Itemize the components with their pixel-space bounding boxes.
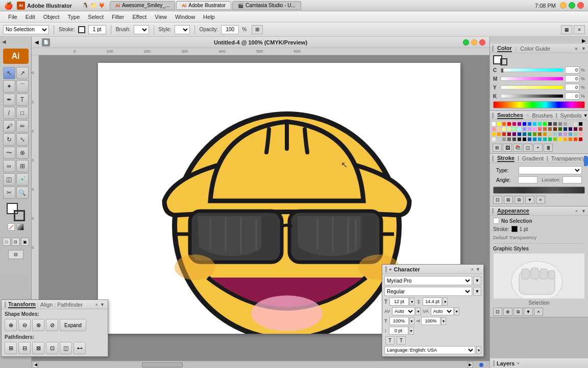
swatch-24[interactable] [517,127,522,131]
swatch-26[interactable] [527,127,532,131]
transform-tab[interactable]: Transform [8,301,36,308]
expand-button[interactable]: Expand [60,319,86,331]
font-family-arrow[interactable]: ▼ [473,276,481,285]
gradient-tool[interactable]: ◫ [3,173,15,186]
swatch-library-btn[interactable]: 📚 [513,144,522,152]
y-slider-track[interactable] [501,85,564,89]
eyedropper-tool[interactable]: 💉 [16,173,29,186]
view-options-icon[interactable]: ⊞ [252,25,263,34]
swatch-b14[interactable] [558,137,562,142]
pathfinder-tab[interactable]: Pathfinder [57,302,83,308]
swatch-41[interactable] [512,132,517,136]
pencil-tool[interactable]: ✏ [16,120,29,132]
lasso-tool[interactable]: ⌒ [16,80,29,93]
stroke-color-swatch[interactable] [78,26,85,33]
width-tool[interactable]: ⊗ [16,147,29,159]
char-panel-menu[interactable]: ▼ [476,267,480,272]
angle-input[interactable] [518,176,537,183]
scissors-tool[interactable]: ✂ [3,187,15,199]
minimize-btn[interactable] [560,2,567,9]
swatch-49[interactable] [553,132,557,136]
shape-mode-4[interactable]: ⊘ [46,319,58,331]
line-tool[interactable]: / [3,107,15,119]
scale-x-input[interactable] [389,317,409,325]
pathfinder-5[interactable]: ◫ [60,342,72,354]
swatch-35[interactable] [573,127,578,131]
appearance-new-btn[interactable]: ⊡ [493,308,502,316]
stroke-tab[interactable]: Stroke [497,155,514,162]
menu-filter[interactable]: Filter [108,13,128,21]
scale-y-input[interactable] [421,317,440,325]
swatch-10[interactable] [537,122,542,126]
swatch-29[interactable] [543,127,547,131]
swatch-52[interactable] [568,132,573,136]
appearance-tab[interactable]: Appearance [497,208,529,215]
swatch-b11[interactable] [543,137,547,142]
language-select[interactable]: Language: English: USA [384,346,475,354]
swatch-b16[interactable] [568,137,573,142]
swatch-32[interactable] [558,127,562,131]
rect-tool[interactable]: □ [16,107,29,119]
align-tab[interactable]: Align [40,302,53,308]
pathfinder-2[interactable]: ⊟ [18,342,31,354]
swatch-36[interactable] [578,127,583,131]
transform-panel-close[interactable]: × [95,302,98,307]
stroke-new-btn[interactable]: ⊡ [493,196,502,204]
menu-type[interactable]: Type [64,13,84,21]
swatch-b10[interactable] [537,137,542,142]
swatch-7[interactable] [522,122,527,126]
color-panel-menu[interactable]: ▼ [581,46,586,51]
swatch-6[interactable] [517,122,522,126]
panel-toggle-1[interactable]: ▦ [561,25,572,34]
swatch-47[interactable] [543,132,547,136]
baseline-arrow[interactable]: ▼ [409,327,414,335]
baseline-input[interactable] [389,327,408,335]
horizontal-scrollbar[interactable]: ◀ ▶ [32,361,489,368]
swatch-b1[interactable] [492,137,496,142]
swatch-3[interactable] [502,122,506,126]
tl-yellow[interactable] [471,39,477,45]
leading-input[interactable] [423,297,442,306]
tab-camtasia[interactable]: 🎬 Camtasia Studio - U... [232,1,301,10]
pathfinder-4[interactable]: ⊡ [46,342,58,354]
swatch-13[interactable] [553,122,557,126]
swatch-color-group-btn[interactable]: ◫ [523,144,532,152]
text-align-left-btn[interactable]: T [385,336,395,344]
selection-dropdown[interactable]: No Selection [3,25,49,34]
scale-tool[interactable]: ⤡ [16,133,29,146]
scroll-left-btn[interactable]: ◀ [33,362,39,368]
style-dropdown[interactable] [175,25,190,34]
menu-effect[interactable]: Effect [128,13,151,21]
appearance-delete-btn[interactable]: × [534,308,543,316]
font-size-arrow[interactable]: ▼ [409,297,414,306]
direct-selection-tool[interactable]: ↗ [16,67,29,79]
stroke-delete-btn[interactable]: × [536,196,545,204]
swatch-b13[interactable] [553,137,557,142]
swatch-28[interactable] [537,127,542,131]
pathfinder-3[interactable]: ⊠ [32,342,44,354]
m-slider-track[interactable] [501,77,564,81]
swatch-b8[interactable] [527,137,532,142]
swatches-tab[interactable]: Swatches [497,112,523,119]
gradient-tab[interactable]: Gradient [522,155,544,162]
swatch-44[interactable] [527,132,532,136]
selection-tool[interactable]: ↖ [3,67,15,79]
color-guide-tab[interactable]: Color Guide [520,45,550,52]
swatch-21[interactable] [502,127,506,131]
swatch-delete-btn[interactable]: 🗑 [544,144,553,152]
location-input[interactable] [562,176,582,183]
appearance-panel-close[interactable]: × [575,209,578,214]
close-btn[interactable] [577,2,584,9]
menu-edit[interactable]: Edit [21,13,39,21]
symbols-tab[interactable]: Symbols [560,112,582,119]
opacity-input[interactable] [221,25,239,34]
swatch-b9[interactable] [532,137,537,142]
maximize-btn[interactable] [569,2,575,9]
swatch-39[interactable] [502,132,506,136]
swatch-51[interactable] [563,132,568,136]
transform-panel-menu[interactable]: ▼ [100,302,105,307]
zoom-tool[interactable]: 🔍 [16,187,29,199]
type-tool[interactable]: T [16,94,29,106]
swatch-45[interactable] [532,132,537,136]
menu-view[interactable]: View [151,13,171,21]
